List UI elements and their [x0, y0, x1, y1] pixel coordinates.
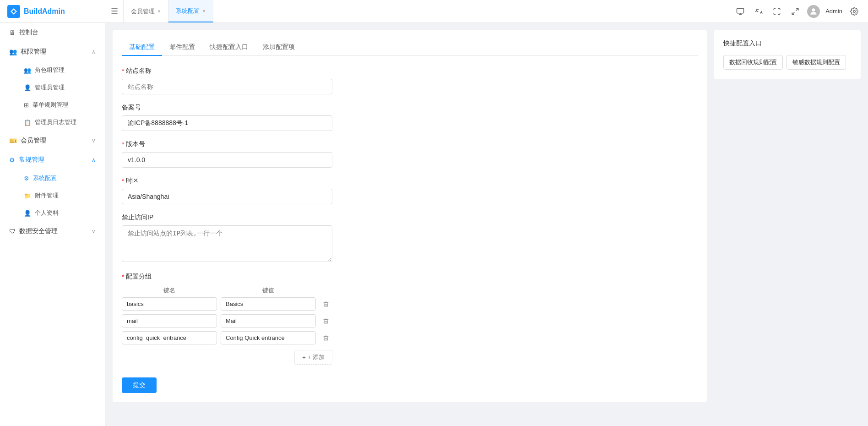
version-group: * 版本号 — [122, 140, 698, 168]
delete-row-2-button[interactable] — [320, 315, 332, 328]
site-name-input[interactable] — [122, 79, 332, 94]
tab-quick-config[interactable]: 快捷配置入口 — [202, 39, 255, 56]
tab-mail-config[interactable]: 邮件配置 — [162, 39, 202, 56]
version-input[interactable] — [122, 152, 332, 168]
sidebar-sysconfig-label: 系统配置 — [33, 174, 57, 182]
delete-row-1-button[interactable] — [320, 298, 332, 311]
sidebar-item-role[interactable]: 👥 角色组管理 — [16, 61, 105, 79]
tab-add-config[interactable]: 添加配置项 — [255, 39, 302, 56]
icp-input[interactable] — [122, 115, 332, 131]
tab-basic-config[interactable]: 基础配置 — [122, 39, 162, 56]
config-row-2 — [122, 314, 332, 328]
panel-tabs: 基础配置 邮件配置 快捷配置入口 添加配置项 — [122, 39, 698, 56]
chevron-down-icon-member: ∨ — [92, 137, 96, 144]
profile-icon: 👤 — [24, 210, 31, 217]
tab-member-close[interactable]: × — [157, 8, 161, 15]
role-icon: 👥 — [24, 67, 31, 74]
config-row-1 — [122, 297, 332, 311]
chevron-up-icon: ∧ — [92, 49, 96, 55]
timezone-input[interactable] — [122, 189, 332, 204]
config-key-3[interactable] — [122, 331, 217, 344]
sidebar-member-label: 会员管理 — [21, 137, 46, 145]
sidebar-item-menu[interactable]: ⊞ 菜单规则管理 — [16, 96, 105, 114]
config-group-section: * 配置分组 键名 键值 — [122, 273, 698, 365]
sidebar-section-permission[interactable]: 👥 权限管理 ∧ — [0, 42, 105, 61]
datasec-icon: 🛡 — [9, 228, 16, 235]
config-key-2[interactable] — [122, 314, 217, 328]
sidebar-item-log[interactable]: 📋 管理员日志管理 — [16, 114, 105, 131]
config-table: 键名 键值 — [122, 286, 332, 365]
sidebar-attachment-label: 附件管理 — [35, 191, 59, 200]
sidebar-profile-label: 个人资料 — [35, 209, 59, 217]
content-area: 基础配置 邮件配置 快捷配置入口 添加配置项 * 站点名称 — [105, 23, 868, 426]
sidebar-section-general[interactable]: ⚙ 常规管理 ∧ — [0, 150, 105, 169]
general-icon: ⚙ — [9, 156, 15, 164]
timezone-group: * 时区 — [122, 177, 698, 204]
site-name-label: * 站点名称 — [122, 67, 698, 75]
site-name-group: * 站点名称 — [122, 67, 698, 94]
config-key-1[interactable] — [122, 297, 217, 311]
tab-member-label: 会员管理 — [131, 7, 155, 16]
timezone-label: * 时区 — [122, 177, 698, 185]
config-table-header: 键名 键值 — [122, 286, 332, 295]
topbar-right: Admin — [727, 5, 868, 18]
sidebar-dashboard-label: 控制台 — [19, 28, 38, 37]
sidebar-item-attachment[interactable]: 📁 附件管理 — [16, 187, 105, 204]
sidebar-section-datasec[interactable]: 🛡 数据安全管理 ∨ — [0, 222, 105, 241]
sidebar-item-admin[interactable]: 👤 管理员管理 — [16, 79, 105, 96]
logo-icon — [7, 5, 20, 18]
config-value-1[interactable] — [221, 297, 316, 311]
tab-system-close[interactable]: × — [202, 8, 206, 14]
log-icon: 📋 — [24, 119, 31, 126]
submit-label: 提交 — [133, 381, 146, 388]
member-section-icon: 🎫 — [9, 137, 17, 144]
tabs-bar: 会员管理 × 系统配置 × — [124, 0, 213, 22]
tab-member[interactable]: 会员管理 × — [124, 0, 168, 22]
sidebar-item-profile[interactable]: 👤 个人资料 — [16, 204, 105, 222]
settings-icon[interactable] — [848, 5, 861, 18]
fullscreen-icon[interactable] — [789, 5, 802, 18]
sidebar-item-sysconfig[interactable]: ⚙ 系统配置 — [16, 169, 105, 187]
sidebar-section-member[interactable]: 🎫 会员管理 ∨ — [0, 131, 105, 150]
right-panel-title: 快捷配置入口 — [723, 39, 852, 48]
banned-ip-textarea[interactable] — [122, 225, 332, 262]
data-recycle-label: 数据回收规则配置 — [729, 59, 777, 66]
svg-rect-1 — [737, 8, 744, 13]
main-panel: 基础配置 邮件配置 快捷配置入口 添加配置项 * 站点名称 — [113, 30, 707, 402]
menu-toggle-button[interactable]: ☰ — [105, 0, 124, 22]
quick-buttons: 数据回收规则配置 敏感数据规则配置 — [723, 55, 852, 70]
config-value-2[interactable] — [221, 314, 316, 328]
add-btn-label: + 添加 — [308, 353, 325, 361]
sensitive-data-label: 敏感数据规则配置 — [792, 59, 840, 66]
svg-line-2 — [796, 8, 798, 11]
sidebar-permission-label: 权限管理 — [21, 48, 46, 56]
sidebar-datasec-label: 数据安全管理 — [19, 227, 58, 235]
right-panel: 快捷配置入口 数据回收规则配置 敏感数据规则配置 — [714, 30, 861, 79]
tab-system[interactable]: 系统配置 × — [168, 0, 213, 22]
logo-text: BuildAdmin — [24, 7, 65, 16]
sensitive-data-button[interactable]: 敏感数据规则配置 — [787, 55, 846, 70]
sidebar-item-dashboard[interactable]: 🖥 控制台 — [0, 23, 105, 42]
config-value-3[interactable] — [221, 331, 316, 344]
logo-area: BuildAdmin — [0, 0, 105, 22]
permission-icon: 👥 — [9, 48, 17, 55]
topbar-left: BuildAdmin ☰ 会员管理 × 系统配置 × — [0, 0, 213, 22]
submit-button[interactable]: 提交 — [122, 377, 157, 393]
chevron-up-icon-general: ∧ — [92, 157, 96, 163]
expand-icon[interactable] — [770, 5, 783, 18]
menu-icon: ⊞ — [24, 102, 29, 109]
version-label: * 版本号 — [122, 140, 698, 148]
col-value-header: 键值 — [221, 286, 316, 295]
monitor-icon[interactable] — [734, 5, 747, 18]
translate-icon[interactable] — [752, 5, 765, 18]
sidebar: 🖥 控制台 👥 权限管理 ∧ 👥 角色组管理 👤 管理员管理 ⊞ 菜单规则管理 — [0, 23, 105, 426]
topbar: BuildAdmin ☰ 会员管理 × 系统配置 × — [0, 0, 868, 23]
sidebar-log-label: 管理员日志管理 — [35, 118, 76, 126]
sidebar-admin-label: 管理员管理 — [35, 83, 65, 92]
delete-row-3-button[interactable] — [320, 332, 332, 344]
admin-name[interactable]: Admin — [825, 8, 842, 15]
sidebar-general-label: 常规管理 — [19, 156, 44, 164]
add-config-row-button[interactable]: + + 添加 — [294, 350, 332, 365]
tab-system-label: 系统配置 — [176, 7, 200, 15]
data-recycle-button[interactable]: 数据回收规则配置 — [723, 55, 783, 70]
